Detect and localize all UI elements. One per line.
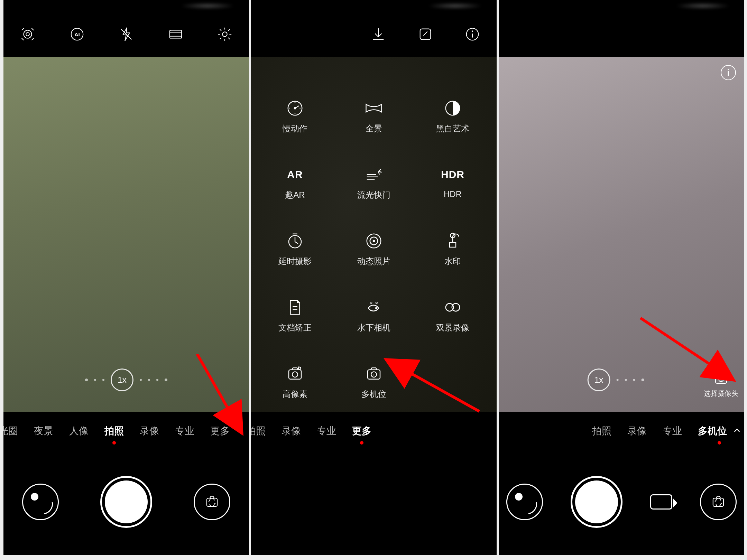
- svg-rect-38: [713, 498, 723, 506]
- mode-pro[interactable]: 专业: [317, 424, 336, 438]
- status-bar: [251, 0, 497, 12]
- mode-slow-motion[interactable]: 慢动作: [266, 98, 324, 162]
- svg-rect-5: [169, 30, 182, 38]
- mode-aperture[interactable]: 光圈: [3, 424, 18, 438]
- info-icon[interactable]: i: [721, 65, 736, 80]
- panel-multi-cam: i 1x 选择摄像头 拍照 录像 专业 多机位: [499, 0, 744, 555]
- mode-fun-ar[interactable]: AR趣AR: [266, 165, 324, 229]
- select-camera-button[interactable]: 选择摄像头: [702, 370, 740, 398]
- mode-dual-view[interactable]: 双景录像: [423, 297, 482, 362]
- mode-video[interactable]: 录像: [282, 424, 301, 438]
- viewfinder[interactable]: 1x: [3, 57, 249, 412]
- mode-more[interactable]: 更多: [352, 424, 371, 438]
- panel-camera-photo: AI 1x 光圈 夜景 人像 拍照 录像: [3, 0, 249, 555]
- camera-controls: [3, 450, 249, 554]
- mode-monochrome[interactable]: 黑白艺术: [423, 98, 482, 162]
- viewfinder[interactable]: i 1x 选择摄像头: [499, 57, 744, 412]
- mode-multi-cam[interactable]: +多机位: [344, 364, 403, 428]
- chevron-up-icon: [733, 426, 741, 437]
- mode-video[interactable]: 录像: [140, 424, 159, 438]
- ai-icon[interactable]: AI: [67, 25, 87, 44]
- settings-gear-icon[interactable]: [215, 25, 234, 44]
- svg-point-21: [373, 240, 375, 242]
- aspect-ratio-icon[interactable]: [166, 25, 185, 44]
- status-bar: [3, 0, 249, 12]
- zoom-level-chip[interactable]: 1x: [111, 368, 133, 391]
- mode-panorama[interactable]: 全景: [344, 98, 403, 162]
- mode-multi-cam[interactable]: 多机位: [698, 424, 741, 438]
- viewfinder-preview: [499, 57, 744, 412]
- mode-portrait[interactable]: 人像: [69, 424, 89, 438]
- svg-text:AI: AI: [74, 31, 80, 37]
- mode-strip[interactable]: 拍照 录像 专业 多机位: [499, 412, 744, 450]
- mode-night[interactable]: 夜景: [34, 424, 53, 438]
- mode-watermark[interactable]: 水印: [423, 231, 482, 295]
- svg-rect-9: [207, 498, 217, 506]
- mode-strip[interactable]: 光圈 夜景 人像 拍照 录像 专业 更多: [3, 412, 249, 450]
- mode-time-lapse[interactable]: 延时摄影: [266, 231, 324, 295]
- viewfinder-preview: [3, 57, 249, 412]
- gallery-thumb[interactable]: [22, 484, 59, 520]
- svg-point-13: [472, 30, 473, 32]
- info-icon[interactable]: [463, 25, 482, 44]
- select-camera-label: 选择摄像头: [702, 389, 740, 398]
- flash-off-icon[interactable]: [117, 25, 136, 44]
- svg-point-1: [26, 32, 29, 36]
- more-top-bar: [251, 12, 497, 57]
- mode-photo[interactable]: 拍照: [104, 424, 124, 438]
- svg-point-26: [375, 307, 377, 309]
- gallery-thumb[interactable]: [506, 484, 543, 520]
- status-bar: [499, 0, 744, 12]
- svg-rect-22: [450, 243, 456, 248]
- switch-camera-button[interactable]: [700, 484, 737, 520]
- svg-rect-11: [420, 29, 431, 40]
- more-modes-area: 慢动作 全景 黑白艺术 AR趣AR 流光快门 HDRHDR 延时摄影 动态照片 …: [251, 57, 497, 412]
- mode-photo[interactable]: 拍照: [251, 424, 266, 438]
- svg-rect-29: [289, 370, 301, 379]
- mode-pro[interactable]: 专业: [663, 424, 682, 438]
- shutter-button[interactable]: [571, 476, 622, 528]
- camera-controls: [499, 450, 744, 554]
- zoom-slider[interactable]: 1x: [85, 368, 167, 391]
- camera-controls-empty: [251, 450, 497, 554]
- panel-more-modes: 慢动作 全景 黑白艺术 AR趣AR 流光快门 HDRHDR 延时摄影 动态照片 …: [251, 0, 497, 555]
- edit-icon[interactable]: [416, 25, 435, 44]
- svg-text:+: +: [373, 373, 375, 377]
- mode-more[interactable]: 更多: [210, 424, 230, 438]
- svg-point-16: [294, 107, 296, 110]
- zoom-slider[interactable]: 1x: [588, 368, 644, 391]
- mode-underwater[interactable]: 水下相机: [344, 297, 403, 362]
- svg-point-0: [24, 30, 32, 38]
- video-record-button[interactable]: [650, 494, 672, 510]
- mode-motion-photo[interactable]: 动态照片: [344, 231, 403, 295]
- download-icon[interactable]: [369, 25, 388, 44]
- svg-point-30: [292, 372, 298, 377]
- mode-pro[interactable]: 专业: [175, 424, 194, 438]
- screenshot-canvas: AI 1x 光圈 夜景 人像 拍照 录像: [0, 0, 747, 560]
- mode-doc-scan[interactable]: 文档矫正: [266, 297, 324, 362]
- mode-photo[interactable]: 拍照: [592, 424, 611, 438]
- camera-top-bar-empty: [499, 12, 744, 57]
- mode-hdr[interactable]: HDRHDR: [423, 165, 482, 229]
- svg-point-8: [222, 32, 227, 36]
- mode-light-painting[interactable]: 流光快门: [344, 165, 403, 229]
- shutter-button[interactable]: [100, 476, 152, 528]
- switch-camera-button[interactable]: [194, 484, 230, 520]
- camera-top-bar: AI: [3, 12, 249, 57]
- lens-icon[interactable]: [18, 25, 37, 44]
- mode-video[interactable]: 录像: [627, 424, 647, 438]
- mode-high-res[interactable]: 高像素: [266, 364, 324, 428]
- more-modes-grid: 慢动作 全景 黑白艺术 AR趣AR 流光快门 HDRHDR 延时摄影 动态照片 …: [266, 98, 482, 428]
- zoom-level-chip[interactable]: 1x: [588, 368, 610, 391]
